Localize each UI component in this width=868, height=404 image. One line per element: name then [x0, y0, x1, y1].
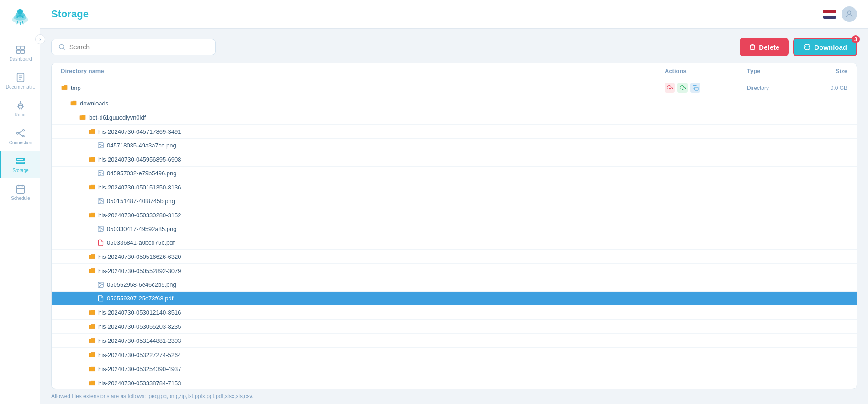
image-icon	[97, 142, 104, 149]
download-action-icon	[680, 85, 686, 91]
table-row[interactable]: his-20240730-053254390-4937	[52, 362, 857, 376]
sidebar-item-connection[interactable]: Connection	[0, 123, 40, 151]
table-row[interactable]: his-20240730-050552892-3079	[52, 264, 857, 278]
file-name-text: his-20240730-053012140-8516	[98, 309, 181, 316]
sidebar-item-storage[interactable]: Storage	[0, 151, 40, 178]
table-row[interactable]: his-20240730-050330280-3152	[52, 208, 857, 222]
table-body: tmp	[52, 79, 857, 389]
table-row[interactable]: his-20240730-050151350-8136	[52, 180, 857, 194]
file-name: 050336841-a0bcd75b.pdf	[61, 239, 665, 246]
file-name-text: 050559307-25e73f68.pdf	[107, 295, 173, 302]
file-name-text: 050151487-40f8745b.png	[107, 198, 175, 205]
table-row[interactable]: 050151487-40f8745b.png	[52, 194, 857, 208]
svg-line-37	[63, 48, 64, 50]
sidebar-item-schedule-label: Schedule	[11, 196, 30, 201]
folder-icon	[88, 337, 95, 344]
upload-action[interactable]	[665, 83, 675, 93]
table-row[interactable]: 050559307-25e73f68.pdf	[52, 292, 857, 305]
download-badge: 3	[852, 35, 860, 43]
sidebar-item-documentation[interactable]: Documentati...	[0, 67, 40, 95]
table-row[interactable]: 050336841-a0bcd75b.pdf	[52, 236, 857, 250]
action-icons	[665, 83, 747, 93]
file-name: his-20240730-045956895-6908	[61, 156, 665, 163]
folder-icon	[88, 379, 95, 387]
col-type: Type	[747, 68, 802, 74]
sidebar-toggle[interactable]: ›	[35, 34, 45, 44]
delete-icon	[749, 43, 756, 51]
sidebar-item-dashboard[interactable]: Dashboard	[0, 39, 40, 67]
table-row[interactable]: his-20240730-053227274-5264	[52, 348, 857, 362]
file-name: his-20240730-053012140-8516	[61, 309, 665, 316]
folder-icon	[88, 365, 95, 373]
search-input[interactable]	[69, 43, 209, 51]
copy-action[interactable]	[690, 83, 700, 93]
file-name-text: his-20240730-050552892-3079	[98, 268, 181, 274]
table-row[interactable]: his-20240730-045956895-6908	[52, 152, 857, 167]
table-row[interactable]: 050330417-49592a85.png	[52, 222, 857, 236]
table-row[interactable]: his-20240730-050516626-6320	[52, 250, 857, 264]
table-row[interactable]: downloads	[52, 96, 857, 110]
connection-icon	[16, 128, 26, 138]
delete-button[interactable]: Delete	[740, 38, 789, 56]
dashboard-icon	[16, 45, 26, 55]
content-area: Delete 3 Download Directory name Action	[40, 29, 868, 404]
file-name-text: 050552958-6e46c2b5.png	[107, 281, 176, 288]
col-size: Size	[802, 68, 847, 74]
logo[interactable]	[8, 5, 32, 35]
file-name: 050330417-49592a85.png	[61, 226, 665, 232]
table-row[interactable]: his-20240730-053338784-7153	[52, 376, 857, 389]
table-row[interactable]: tmp	[52, 79, 857, 96]
storage-icon	[16, 156, 26, 166]
svg-rect-8	[21, 46, 24, 49]
file-name: his-20240730-053144881-2303	[61, 337, 665, 344]
sidebar-item-robot[interactable]: Robot	[0, 95, 40, 123]
download-button[interactable]: 3 Download	[793, 38, 857, 56]
size-cell: 0.0 GB	[802, 84, 847, 91]
table-row[interactable]: 045957032-e79b5496.png	[52, 167, 857, 180]
copy-icon	[693, 85, 699, 91]
svg-point-19	[20, 101, 21, 102]
actions-cell	[665, 83, 747, 93]
search-box[interactable]	[51, 39, 216, 55]
file-name-text: downloads	[80, 100, 108, 107]
type-badge: Directory	[747, 85, 769, 91]
svg-point-29	[23, 159, 24, 160]
image-icon	[97, 170, 104, 177]
documentation-icon	[16, 73, 26, 83]
file-name-text: his-20240730-053144881-2303	[98, 337, 181, 344]
language-flag[interactable]	[823, 10, 836, 19]
table-row[interactable]: his-20240730-053012140-8516	[52, 305, 857, 320]
table-row[interactable]: 045718035-49a3a7ce.png	[52, 139, 857, 152]
file-name: his-20240730-045717869-3491	[61, 128, 665, 135]
svg-point-16	[19, 105, 20, 106]
table-row[interactable]: bot-d61guuodlyvn0ldf	[52, 110, 857, 125]
file-name: his-20240730-050552892-3079	[61, 267, 665, 274]
file-name: his-20240730-053227274-5264	[61, 351, 665, 358]
file-name-text: his-20240730-045956895-6908	[98, 156, 181, 163]
file-name-text: tmp	[71, 84, 81, 91]
download-label: Download	[814, 43, 847, 51]
folder-icon	[88, 156, 95, 163]
user-avatar[interactable]	[842, 6, 857, 22]
sidebar-item-schedule[interactable]: Schedule	[0, 178, 40, 206]
svg-point-3	[17, 9, 22, 15]
download-action[interactable]	[677, 83, 688, 93]
table-row[interactable]: his-20240730-053055203-8235	[52, 320, 857, 334]
sidebar: › Dashboard Documentati...	[0, 0, 40, 404]
file-name-text: his-20240730-050151350-8136	[98, 184, 181, 191]
page-title: Storage	[51, 8, 89, 20]
col-name: Directory name	[61, 68, 665, 74]
user-avatar-icon	[845, 10, 854, 19]
svg-point-45	[99, 172, 100, 173]
file-name: his-20240730-050330280-3152	[61, 211, 665, 219]
folder-icon	[88, 323, 95, 330]
svg-point-26	[23, 136, 25, 137]
svg-rect-7	[17, 46, 20, 49]
table-row[interactable]: 050552958-6e46c2b5.png	[52, 278, 857, 292]
folder-icon	[88, 309, 95, 316]
file-name: 050559307-25e73f68.pdf	[61, 295, 665, 302]
folder-icon	[88, 253, 95, 260]
table-row[interactable]: his-20240730-053144881-2303	[52, 334, 857, 348]
svg-point-36	[59, 44, 64, 49]
table-row[interactable]: his-20240730-045717869-3491	[52, 125, 857, 139]
